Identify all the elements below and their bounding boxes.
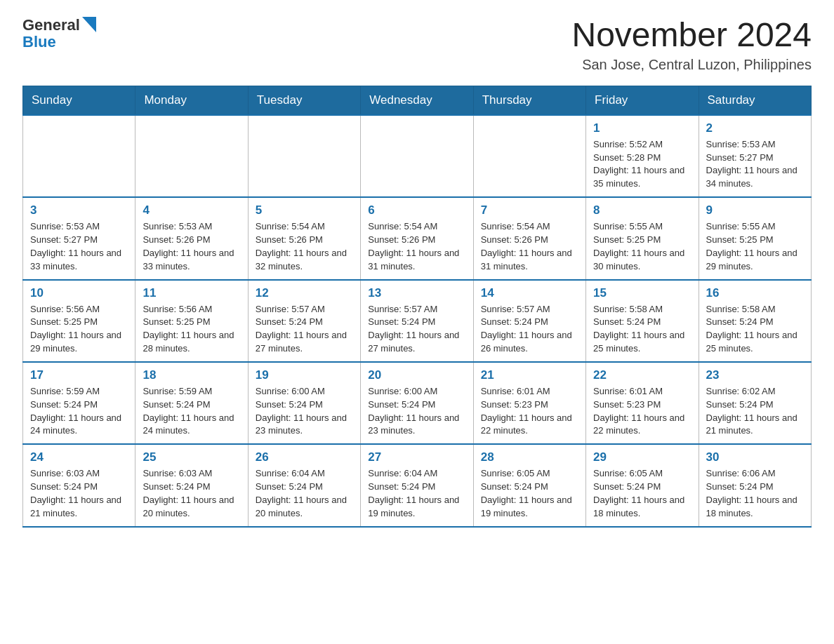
calendar-day-cell: 22Sunrise: 6:01 AMSunset: 5:23 PMDayligh… xyxy=(586,362,699,444)
day-number: 4 xyxy=(143,203,240,217)
day-info: Sunrise: 5:58 AMSunset: 5:24 PMDaylight:… xyxy=(593,303,691,356)
calendar-day-cell xyxy=(23,115,135,197)
day-info: Sunrise: 5:56 AMSunset: 5:25 PMDaylight:… xyxy=(30,303,128,356)
day-number: 5 xyxy=(256,203,353,217)
day-info: Sunrise: 5:55 AMSunset: 5:25 PMDaylight:… xyxy=(706,220,804,273)
calendar-day-cell: 20Sunrise: 6:00 AMSunset: 5:24 PMDayligh… xyxy=(361,362,473,444)
day-number: 6 xyxy=(368,203,465,217)
calendar-day-cell: 25Sunrise: 6:03 AMSunset: 5:24 PMDayligh… xyxy=(135,444,248,526)
day-number: 29 xyxy=(593,450,691,464)
day-info: Sunrise: 5:59 AMSunset: 5:24 PMDaylight:… xyxy=(30,385,128,438)
logo-arrow-icon xyxy=(82,17,96,32)
day-number: 13 xyxy=(368,286,465,300)
calendar-day-cell: 9Sunrise: 5:55 AMSunset: 5:25 PMDaylight… xyxy=(699,197,811,279)
day-info: Sunrise: 5:54 AMSunset: 5:26 PMDaylight:… xyxy=(368,220,465,273)
day-info: Sunrise: 6:03 AMSunset: 5:24 PMDaylight:… xyxy=(30,467,128,520)
calendar-day-cell xyxy=(473,115,585,197)
calendar-day-cell: 8Sunrise: 5:55 AMSunset: 5:25 PMDaylight… xyxy=(586,197,699,279)
day-info: Sunrise: 6:01 AMSunset: 5:23 PMDaylight:… xyxy=(481,385,578,438)
logo-blue-text: Blue xyxy=(22,34,96,51)
calendar-day-cell: 23Sunrise: 6:02 AMSunset: 5:24 PMDayligh… xyxy=(699,362,811,444)
calendar-day-cell: 21Sunrise: 6:01 AMSunset: 5:23 PMDayligh… xyxy=(473,362,585,444)
day-info: Sunrise: 5:54 AMSunset: 5:26 PMDaylight:… xyxy=(256,220,353,273)
weekday-header-sunday: Sunday xyxy=(23,86,135,115)
calendar-day-cell: 7Sunrise: 5:54 AMSunset: 5:26 PMDaylight… xyxy=(473,197,585,279)
calendar-day-cell: 17Sunrise: 5:59 AMSunset: 5:24 PMDayligh… xyxy=(23,362,135,444)
weekday-header-tuesday: Tuesday xyxy=(248,86,360,115)
calendar-day-cell xyxy=(135,115,248,197)
day-info: Sunrise: 6:02 AMSunset: 5:24 PMDaylight:… xyxy=(706,385,804,438)
calendar-day-cell: 10Sunrise: 5:56 AMSunset: 5:25 PMDayligh… xyxy=(23,280,135,362)
calendar-day-cell: 5Sunrise: 5:54 AMSunset: 5:26 PMDaylight… xyxy=(248,197,360,279)
calendar-week-row: 10Sunrise: 5:56 AMSunset: 5:25 PMDayligh… xyxy=(23,280,812,362)
day-number: 19 xyxy=(256,368,353,382)
calendar-week-row: 24Sunrise: 6:03 AMSunset: 5:24 PMDayligh… xyxy=(23,444,812,526)
day-info: Sunrise: 6:00 AMSunset: 5:24 PMDaylight:… xyxy=(256,385,353,438)
calendar-day-cell: 30Sunrise: 6:06 AMSunset: 5:24 PMDayligh… xyxy=(699,444,811,526)
calendar-week-row: 1Sunrise: 5:52 AMSunset: 5:28 PMDaylight… xyxy=(23,115,812,197)
calendar-day-cell: 26Sunrise: 6:04 AMSunset: 5:24 PMDayligh… xyxy=(248,444,360,526)
calendar-day-cell: 1Sunrise: 5:52 AMSunset: 5:28 PMDaylight… xyxy=(586,115,699,197)
day-number: 10 xyxy=(30,286,128,300)
day-info: Sunrise: 5:52 AMSunset: 5:28 PMDaylight:… xyxy=(593,138,691,191)
calendar-day-cell: 14Sunrise: 5:57 AMSunset: 5:24 PMDayligh… xyxy=(473,280,585,362)
calendar-table: SundayMondayTuesdayWednesdayThursdayFrid… xyxy=(22,86,812,528)
day-number: 28 xyxy=(481,450,578,464)
day-number: 9 xyxy=(706,203,804,217)
day-info: Sunrise: 5:59 AMSunset: 5:24 PMDaylight:… xyxy=(143,385,240,438)
day-number: 2 xyxy=(706,121,804,135)
day-number: 1 xyxy=(593,121,691,135)
day-number: 7 xyxy=(481,203,578,217)
day-number: 18 xyxy=(143,368,240,382)
day-number: 23 xyxy=(706,368,804,382)
day-info: Sunrise: 5:57 AMSunset: 5:24 PMDaylight:… xyxy=(481,303,578,356)
day-info: Sunrise: 5:57 AMSunset: 5:24 PMDaylight:… xyxy=(256,303,353,356)
svg-marker-0 xyxy=(82,17,96,32)
weekday-header-friday: Friday xyxy=(586,86,699,115)
day-number: 21 xyxy=(481,368,578,382)
calendar-day-cell: 16Sunrise: 5:58 AMSunset: 5:24 PMDayligh… xyxy=(699,280,811,362)
day-number: 30 xyxy=(706,450,804,464)
day-info: Sunrise: 6:00 AMSunset: 5:24 PMDaylight:… xyxy=(368,385,465,438)
day-number: 26 xyxy=(256,450,353,464)
day-info: Sunrise: 6:05 AMSunset: 5:24 PMDaylight:… xyxy=(593,467,691,520)
day-number: 15 xyxy=(593,286,691,300)
calendar-week-row: 3Sunrise: 5:53 AMSunset: 5:27 PMDaylight… xyxy=(23,197,812,279)
day-number: 24 xyxy=(30,450,128,464)
day-number: 22 xyxy=(593,368,691,382)
day-info: Sunrise: 6:05 AMSunset: 5:24 PMDaylight:… xyxy=(481,467,578,520)
calendar-day-cell: 24Sunrise: 6:03 AMSunset: 5:24 PMDayligh… xyxy=(23,444,135,526)
weekday-header-monday: Monday xyxy=(135,86,248,115)
calendar-week-row: 17Sunrise: 5:59 AMSunset: 5:24 PMDayligh… xyxy=(23,362,812,444)
day-info: Sunrise: 5:55 AMSunset: 5:25 PMDaylight:… xyxy=(593,220,691,273)
day-number: 16 xyxy=(706,286,804,300)
day-info: Sunrise: 6:01 AMSunset: 5:23 PMDaylight:… xyxy=(593,385,691,438)
day-number: 8 xyxy=(593,203,691,217)
logo: General Blue xyxy=(22,17,96,51)
calendar-day-cell: 13Sunrise: 5:57 AMSunset: 5:24 PMDayligh… xyxy=(361,280,473,362)
location-text: San Jose, Central Luzon, Philippines xyxy=(571,57,812,73)
day-number: 20 xyxy=(368,368,465,382)
day-number: 14 xyxy=(481,286,578,300)
calendar-day-cell xyxy=(248,115,360,197)
calendar-day-cell: 12Sunrise: 5:57 AMSunset: 5:24 PMDayligh… xyxy=(248,280,360,362)
day-info: Sunrise: 5:53 AMSunset: 5:27 PMDaylight:… xyxy=(706,138,804,191)
day-info: Sunrise: 5:54 AMSunset: 5:26 PMDaylight:… xyxy=(481,220,578,273)
day-number: 27 xyxy=(368,450,465,464)
day-info: Sunrise: 5:56 AMSunset: 5:25 PMDaylight:… xyxy=(143,303,240,356)
calendar-header-row: SundayMondayTuesdayWednesdayThursdayFrid… xyxy=(23,86,812,115)
month-year-heading: November 2024 xyxy=(571,17,812,54)
calendar-day-cell: 11Sunrise: 5:56 AMSunset: 5:25 PMDayligh… xyxy=(135,280,248,362)
logo-general-text: General xyxy=(22,17,80,34)
calendar-day-cell: 15Sunrise: 5:58 AMSunset: 5:24 PMDayligh… xyxy=(586,280,699,362)
weekday-header-wednesday: Wednesday xyxy=(361,86,473,115)
calendar-day-cell: 3Sunrise: 5:53 AMSunset: 5:27 PMDaylight… xyxy=(23,197,135,279)
calendar-day-cell xyxy=(361,115,473,197)
calendar-day-cell: 28Sunrise: 6:05 AMSunset: 5:24 PMDayligh… xyxy=(473,444,585,526)
day-info: Sunrise: 5:58 AMSunset: 5:24 PMDaylight:… xyxy=(706,303,804,356)
day-info: Sunrise: 6:04 AMSunset: 5:24 PMDaylight:… xyxy=(256,467,353,520)
calendar-day-cell: 4Sunrise: 5:53 AMSunset: 5:26 PMDaylight… xyxy=(135,197,248,279)
weekday-header-saturday: Saturday xyxy=(699,86,811,115)
day-number: 17 xyxy=(30,368,128,382)
day-number: 25 xyxy=(143,450,240,464)
